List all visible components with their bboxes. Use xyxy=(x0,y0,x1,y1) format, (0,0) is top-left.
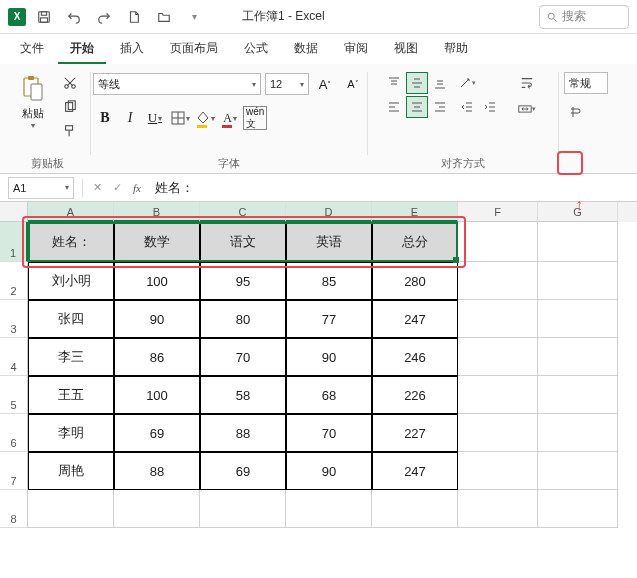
cell[interactable] xyxy=(538,222,618,262)
cell[interactable] xyxy=(458,414,538,452)
cell[interactable]: 85 xyxy=(286,262,372,300)
row-header-1[interactable]: 1 xyxy=(0,222,28,262)
tab-data[interactable]: 数据 xyxy=(282,34,330,64)
formula-content[interactable]: 姓名： xyxy=(147,179,637,197)
save-icon[interactable] xyxy=(32,5,56,29)
cell[interactable]: 280 xyxy=(372,262,458,300)
accept-formula-icon[interactable]: ✓ xyxy=(107,178,127,198)
cell[interactable]: 95 xyxy=(200,262,286,300)
row-header-3[interactable]: 3 xyxy=(0,300,28,338)
cell[interactable]: 张四 xyxy=(28,300,114,338)
cell[interactable]: 王五 xyxy=(28,376,114,414)
cell[interactable]: 86 xyxy=(114,338,200,376)
undo-icon[interactable] xyxy=(62,5,86,29)
cell[interactable]: 70 xyxy=(286,414,372,452)
cell[interactable]: 总分 xyxy=(372,222,458,262)
cell[interactable] xyxy=(286,490,372,528)
paste-button[interactable]: 粘贴 ▾ xyxy=(12,72,54,144)
cell[interactable] xyxy=(372,490,458,528)
cancel-formula-icon[interactable]: ✕ xyxy=(87,178,107,198)
cell[interactable] xyxy=(458,452,538,490)
format-painter-icon[interactable] xyxy=(58,120,82,142)
tab-insert[interactable]: 插入 xyxy=(108,34,156,64)
row-header-2[interactable]: 2 xyxy=(0,262,28,300)
col-header-G[interactable]: G xyxy=(538,202,618,222)
cell[interactable]: 李明 xyxy=(28,414,114,452)
row-header-4[interactable]: 4 xyxy=(0,338,28,376)
row-header-6[interactable]: 6 xyxy=(0,414,28,452)
align-middle-icon[interactable] xyxy=(406,72,428,94)
cell[interactable]: 英语 xyxy=(286,222,372,262)
cell[interactable]: 88 xyxy=(200,414,286,452)
cell[interactable] xyxy=(458,300,538,338)
cell[interactable] xyxy=(28,490,114,528)
cell[interactable]: 100 xyxy=(114,262,200,300)
cell[interactable] xyxy=(458,490,538,528)
search-box[interactable]: 搜索 xyxy=(539,5,629,29)
align-center-icon[interactable] xyxy=(406,96,428,118)
font-color-button[interactable]: A▾ xyxy=(218,106,242,130)
cut-icon[interactable] xyxy=(58,72,82,94)
tab-review[interactable]: 审阅 xyxy=(332,34,380,64)
insert-function-icon[interactable]: fx xyxy=(127,178,147,198)
align-bottom-icon[interactable] xyxy=(429,72,451,94)
cell[interactable]: 247 xyxy=(372,300,458,338)
grid-body[interactable]: 姓名：数学语文英语总分刘小明1009585280张四908077247李三867… xyxy=(28,222,618,528)
cell[interactable] xyxy=(538,300,618,338)
italic-button[interactable]: I xyxy=(118,106,142,130)
cell[interactable] xyxy=(538,452,618,490)
increase-font-icon[interactable]: A˄ xyxy=(313,72,337,96)
cell[interactable] xyxy=(538,376,618,414)
cell[interactable]: 69 xyxy=(200,452,286,490)
cell[interactable]: 80 xyxy=(200,300,286,338)
row-header-5[interactable]: 5 xyxy=(0,376,28,414)
cell[interactable]: 90 xyxy=(286,452,372,490)
underline-button[interactable]: U▾ xyxy=(143,106,167,130)
align-right-icon[interactable] xyxy=(429,96,451,118)
cell[interactable]: 姓名： xyxy=(28,222,114,262)
cell[interactable] xyxy=(538,490,618,528)
col-header-B[interactable]: B xyxy=(114,202,200,222)
cell[interactable] xyxy=(458,222,538,262)
cell[interactable]: 226 xyxy=(372,376,458,414)
cell[interactable]: 247 xyxy=(372,452,458,490)
col-header-A[interactable]: A xyxy=(28,202,114,222)
cell[interactable]: 周艳 xyxy=(28,452,114,490)
col-header-E[interactable]: E xyxy=(372,202,458,222)
col-header-D[interactable]: D xyxy=(286,202,372,222)
increase-indent-icon[interactable] xyxy=(479,96,501,118)
cell[interactable]: 227 xyxy=(372,414,458,452)
merge-center-icon[interactable]: ▾ xyxy=(511,98,543,120)
cell[interactable] xyxy=(458,376,538,414)
cell[interactable]: 90 xyxy=(114,300,200,338)
tab-formulas[interactable]: 公式 xyxy=(232,34,280,64)
cell[interactable]: 246 xyxy=(372,338,458,376)
cell[interactable] xyxy=(538,414,618,452)
row-header-7[interactable]: 7 xyxy=(0,452,28,490)
cell[interactable]: 77 xyxy=(286,300,372,338)
cell[interactable]: 数学 xyxy=(114,222,200,262)
tab-file[interactable]: 文件 xyxy=(8,34,56,64)
number-format-select[interactable]: 常规 xyxy=(564,72,608,94)
select-all-corner[interactable] xyxy=(0,202,28,222)
cell[interactable] xyxy=(458,338,538,376)
redo-icon[interactable] xyxy=(92,5,116,29)
cell[interactable]: 刘小明 xyxy=(28,262,114,300)
cell[interactable]: 语文 xyxy=(200,222,286,262)
currency-icon[interactable] xyxy=(564,100,588,124)
tab-home[interactable]: 开始 xyxy=(58,34,106,64)
orientation-icon[interactable]: ▾ xyxy=(456,72,478,94)
cell[interactable] xyxy=(200,490,286,528)
cell[interactable]: 100 xyxy=(114,376,200,414)
align-left-icon[interactable] xyxy=(383,96,405,118)
cell[interactable]: 68 xyxy=(286,376,372,414)
border-button[interactable]: ▾ xyxy=(168,106,192,130)
decrease-font-icon[interactable]: A˅ xyxy=(341,72,365,96)
cell[interactable] xyxy=(114,490,200,528)
phonetic-guide-button[interactable]: wén文 xyxy=(243,106,267,130)
fill-color-button[interactable]: ▾ xyxy=(193,106,217,130)
cell[interactable] xyxy=(538,338,618,376)
row-header-8[interactable]: 8 xyxy=(0,490,28,528)
cell[interactable]: 李三 xyxy=(28,338,114,376)
cell[interactable] xyxy=(458,262,538,300)
